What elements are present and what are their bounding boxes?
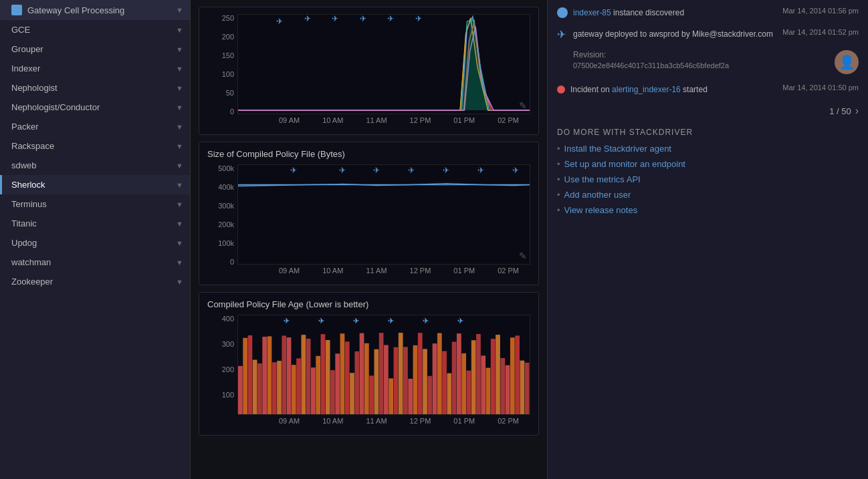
sidebar-item-packer[interactable]: Packer▼ xyxy=(0,117,190,136)
terminus-chevron: ▼ xyxy=(176,200,183,208)
svg-rect-27 xyxy=(272,362,277,414)
svg-rect-60 xyxy=(433,343,437,414)
right-panel: indexer-85 instance discovered Mar 14, 2… xyxy=(547,0,868,479)
svg-text:✈: ✈ xyxy=(304,15,311,23)
svg-rect-66 xyxy=(461,353,466,414)
sidebar-item-sdweb[interactable]: sdweb▼ xyxy=(0,156,190,175)
svg-text:✈: ✈ xyxy=(284,317,290,325)
sidebar-item-nephologist[interactable]: Nephologist▼ xyxy=(0,78,190,98)
svg-rect-52 xyxy=(394,347,399,414)
sidebar-item-terminus[interactable]: Terminus▼ xyxy=(0,194,190,214)
svg-rect-20 xyxy=(238,366,243,414)
do-more-item-release-notes: View release notes xyxy=(557,205,859,215)
svg-rect-69 xyxy=(476,334,481,414)
svg-text:✈: ✈ xyxy=(388,317,394,325)
svg-rect-58 xyxy=(423,349,427,414)
sidebar-item-rackspace[interactable]: Rackspace▼ xyxy=(0,136,190,156)
do-more-item-setup-endpoint: Set up and monitor an endpoint xyxy=(557,159,859,169)
svg-rect-38 xyxy=(326,340,330,414)
chart3-container: Compiled Policy File Age (Lower is bette… xyxy=(199,292,539,436)
svg-text:✈: ✈ xyxy=(332,15,338,23)
nephologist-conductor-chevron: ▼ xyxy=(176,104,183,112)
activity-item-gateway: ✈ gateway deployed to awsprod by Mike@st… xyxy=(557,28,859,41)
svg-rect-45 xyxy=(360,333,364,414)
svg-text:✈: ✈ xyxy=(443,166,449,175)
sidebar-item-gateway-cell-processing[interactable]: Gateway Cell Processing▼ xyxy=(0,0,190,20)
watchman-label: watchman xyxy=(11,257,176,267)
svg-rect-37 xyxy=(321,334,326,414)
sidebar-item-gce[interactable]: GCE▼ xyxy=(0,20,190,39)
svg-rect-56 xyxy=(413,345,418,414)
revision-label: Revision: xyxy=(573,50,829,59)
svg-text:✈: ✈ xyxy=(290,166,297,175)
do-more-link-install-agent[interactable]: Install the Stackdriver agent xyxy=(564,144,671,154)
svg-rect-64 xyxy=(452,342,457,414)
packer-label: Packer xyxy=(11,122,176,132)
rackspace-label: Rackspace xyxy=(11,141,176,151)
do-more-link-add-user[interactable]: Add another user xyxy=(564,190,631,200)
svg-rect-72 xyxy=(491,339,496,414)
chart1-plot: ✈ ✈ ✈ ✈ ✈ ✈ ✎ xyxy=(237,14,530,114)
sidebar-item-nephologist-conductor[interactable]: Nephologist/Conductor▼ xyxy=(0,98,190,117)
svg-text:✈: ✈ xyxy=(276,17,283,26)
svg-rect-71 xyxy=(486,368,491,414)
sdweb-label: sdweb xyxy=(11,160,176,170)
svg-rect-26 xyxy=(267,336,272,414)
sidebar-item-grouper[interactable]: Grouper▼ xyxy=(0,39,190,59)
gce-chevron: ▼ xyxy=(176,26,183,34)
nephologist-chevron: ▼ xyxy=(176,84,183,92)
chart1-y-axis: 250 200 150 100 50 0 xyxy=(207,14,237,128)
sidebar-item-titanic[interactable]: Titanic▼ xyxy=(0,214,190,233)
svg-rect-47 xyxy=(369,375,374,414)
do-more-link-metrics-api[interactable]: Use the metrics API xyxy=(564,174,641,184)
svg-rect-70 xyxy=(481,355,485,414)
chart2-edit-icon[interactable]: ✎ xyxy=(519,251,527,261)
svg-rect-49 xyxy=(379,333,384,414)
updog-chevron: ▼ xyxy=(176,239,183,247)
nephologist-label: Nephologist xyxy=(11,83,176,93)
sidebar-item-watchman[interactable]: watchman▼ xyxy=(0,253,190,272)
svg-rect-23 xyxy=(253,360,257,414)
do-more-list: Install the Stackdriver agentSet up and … xyxy=(557,144,859,215)
activity-time-incident: Mar 14, 2014 01:50 pm xyxy=(782,84,859,92)
indexer-icon xyxy=(557,7,568,18)
do-more-link-release-notes[interactable]: View release notes xyxy=(564,205,638,215)
incident-icon xyxy=(557,86,565,94)
indexer-link[interactable]: indexer-85 xyxy=(573,8,611,17)
titanic-label: Titanic xyxy=(11,218,176,228)
svg-rect-54 xyxy=(403,347,408,414)
chart3-plot: ✈ ✈ ✈ ✈ ✈ ✈ ✈✈✈✈✈✈ xyxy=(237,315,530,415)
chart1-container: 250 200 150 100 50 0 ✈ ✈ ✈ ✈ ✈ ✈ xyxy=(199,7,539,135)
packer-chevron: ▼ xyxy=(176,123,183,131)
sidebar-item-updog[interactable]: Updog▼ xyxy=(0,233,190,253)
do-more-link-setup-endpoint[interactable]: Set up and monitor an endpoint xyxy=(564,159,685,169)
svg-rect-25 xyxy=(262,337,267,414)
user-avatar: 👤 xyxy=(835,50,859,74)
sidebar-item-sherlock[interactable]: Sherlock▼ xyxy=(0,175,190,194)
svg-text:✈: ✈ xyxy=(339,166,346,175)
activity-time-indexer: Mar 14, 2014 01:56 pm xyxy=(782,7,859,15)
svg-rect-24 xyxy=(257,363,262,414)
chart1-edit-icon[interactable]: ✎ xyxy=(519,100,527,111)
zookeeper-label: Zookeeper xyxy=(11,277,176,287)
incident-link[interactable]: alerting_indexer-16 xyxy=(612,85,681,94)
svg-rect-77 xyxy=(515,335,520,414)
svg-marker-6 xyxy=(453,18,488,110)
svg-rect-39 xyxy=(330,370,335,414)
svg-rect-63 xyxy=(447,373,451,414)
sidebar-item-indexer[interactable]: Indexer▼ xyxy=(0,59,190,78)
activity-text-gateway: gateway deployed to awsprod by Mike@stac… xyxy=(573,28,777,40)
svg-rect-61 xyxy=(437,333,442,414)
revision-hash: 07500e2e84f46c4017c311ba3cb546c6bfedef2a xyxy=(573,61,829,69)
svg-text:✈: ✈ xyxy=(408,166,415,175)
chart2-y-axis: 500k 400k 300k 200k 100k 0 xyxy=(207,164,237,278)
pagination: 1 / 50 › xyxy=(557,105,859,117)
svg-rect-57 xyxy=(418,333,423,414)
activity-item-incident: Incident on alerting_indexer-16 started … xyxy=(557,84,859,96)
svg-rect-22 xyxy=(248,335,253,414)
pagination-next[interactable]: › xyxy=(855,105,859,117)
terminus-label: Terminus xyxy=(11,199,176,209)
svg-rect-32 xyxy=(296,358,301,414)
svg-rect-41 xyxy=(340,333,345,414)
sidebar-item-zookeeper[interactable]: Zookeeper▼ xyxy=(0,272,190,291)
